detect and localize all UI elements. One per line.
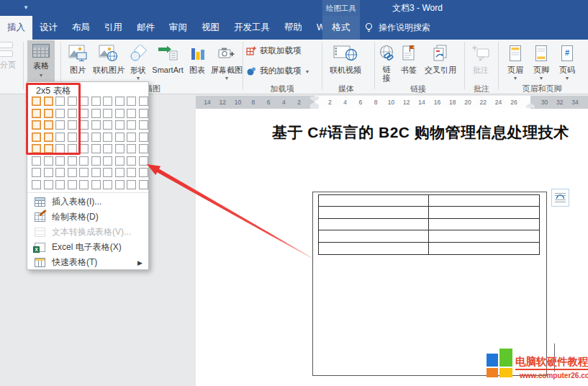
table-size-cell[interactable] bbox=[127, 168, 136, 177]
table-size-cell[interactable] bbox=[103, 96, 112, 106]
my-addins-button[interactable]: 我的加载项 ▼ bbox=[246, 66, 309, 76]
tab-引用[interactable]: 引用 bbox=[97, 16, 130, 40]
table-cell[interactable] bbox=[319, 230, 429, 242]
table-size-cell[interactable] bbox=[44, 168, 53, 177]
table-size-cell[interactable] bbox=[139, 168, 148, 177]
table-size-cell[interactable] bbox=[115, 156, 125, 166]
page-number-button[interactable]: # 页码 ▼ bbox=[556, 41, 579, 82]
ribbon-options-icon[interactable]: ▾ bbox=[20, 2, 32, 12]
table-size-cell[interactable] bbox=[32, 168, 41, 177]
table-cell[interactable] bbox=[319, 195, 429, 207]
shapes-button[interactable]: 形状 ▼ bbox=[127, 41, 150, 82]
table-size-cell[interactable] bbox=[139, 109, 148, 118]
table-size-cell[interactable] bbox=[103, 168, 112, 177]
bookmark-button[interactable]: 书签 bbox=[397, 41, 420, 82]
table-size-cell[interactable] bbox=[139, 156, 148, 166]
document-heading[interactable]: 基于 C#语言的 B2C 购物管理信息处理技术 bbox=[272, 122, 569, 143]
tab-帮助[interactable]: 帮助 bbox=[277, 16, 309, 40]
table-size-cell[interactable] bbox=[91, 180, 101, 189]
tab-格式[interactable]: 格式 bbox=[322, 16, 360, 40]
table-cell[interactable] bbox=[429, 243, 539, 254]
chart-button[interactable]: 图表 bbox=[186, 41, 209, 82]
table-size-cell[interactable] bbox=[115, 96, 125, 106]
table-size-cell[interactable] bbox=[127, 133, 136, 142]
table-cell[interactable] bbox=[319, 219, 429, 230]
table-size-cell[interactable] bbox=[44, 156, 53, 166]
blank-page-button-partial[interactable] bbox=[0, 50, 13, 57]
link-button[interactable]: 链接 bbox=[377, 41, 396, 82]
tab-开发工具[interactable]: 开发工具 bbox=[227, 16, 277, 40]
table-size-cell[interactable] bbox=[103, 180, 112, 189]
header-button[interactable]: 页眉 ▼ bbox=[504, 41, 527, 82]
tab-视图[interactable]: 视图 bbox=[194, 16, 227, 40]
table-size-cell[interactable] bbox=[139, 96, 148, 106]
table-size-cell[interactable] bbox=[103, 133, 112, 142]
tab-邮件[interactable]: 邮件 bbox=[130, 16, 162, 40]
table-size-cell[interactable] bbox=[115, 168, 125, 177]
table-cell[interactable] bbox=[319, 207, 429, 218]
table-size-cell[interactable] bbox=[91, 120, 101, 130]
table-size-cell[interactable] bbox=[115, 133, 125, 142]
table-size-cell[interactable] bbox=[139, 144, 148, 153]
table-size-cell[interactable] bbox=[139, 120, 148, 130]
table-size-cell[interactable] bbox=[103, 120, 112, 130]
menu-item-excel[interactable]: Excel 电子表格(X) bbox=[27, 240, 148, 255]
table-size-cell[interactable] bbox=[55, 168, 65, 177]
table-size-cell[interactable] bbox=[115, 180, 125, 189]
online-pictures-button[interactable]: 联机图片 bbox=[92, 41, 125, 82]
menu-item-quick-tables[interactable]: 快速表格(T)▶ bbox=[27, 255, 148, 270]
screenshot-button[interactable]: 屏幕截图 ▼ bbox=[210, 41, 243, 82]
table-size-cell[interactable] bbox=[91, 96, 101, 106]
table-size-cell[interactable] bbox=[127, 180, 136, 189]
tell-me-search[interactable]: 操作说明搜索 bbox=[364, 16, 430, 40]
cross-reference-button[interactable]: 交叉引用 bbox=[422, 41, 459, 82]
table-size-cell[interactable] bbox=[127, 144, 136, 153]
table-size-cell[interactable] bbox=[139, 133, 148, 142]
footer-button[interactable]: 页脚 ▼ bbox=[530, 41, 553, 82]
menu-item-draw-table[interactable]: 绘制表格(D) bbox=[27, 210, 148, 225]
menu-item-insert-table[interactable]: 插入表格(I)... bbox=[27, 194, 148, 210]
table-cell[interactable] bbox=[429, 230, 539, 242]
table-size-cell[interactable] bbox=[115, 120, 125, 130]
table-size-cell[interactable] bbox=[44, 180, 53, 189]
table-cell[interactable] bbox=[429, 195, 539, 207]
table-size-cell[interactable] bbox=[127, 120, 136, 130]
table-size-cell[interactable] bbox=[68, 156, 77, 166]
table-size-cell[interactable] bbox=[55, 156, 65, 166]
table-size-cell[interactable] bbox=[127, 109, 136, 118]
table-size-cell[interactable] bbox=[68, 168, 77, 177]
table-size-cell[interactable] bbox=[115, 144, 125, 153]
table-size-cell[interactable] bbox=[32, 180, 41, 189]
tab-审阅[interactable]: 审阅 bbox=[162, 16, 194, 40]
table-size-cell[interactable] bbox=[103, 144, 112, 153]
table-size-cell[interactable] bbox=[115, 109, 125, 118]
table-size-cell[interactable] bbox=[127, 156, 136, 166]
table-size-cell[interactable] bbox=[91, 133, 101, 142]
table-size-cell[interactable] bbox=[79, 156, 89, 166]
inserted-table[interactable] bbox=[318, 194, 540, 255]
tab-布局[interactable]: 布局 bbox=[65, 16, 97, 40]
table-size-cell[interactable] bbox=[91, 156, 101, 166]
online-video-button[interactable]: 联机视频 bbox=[325, 41, 366, 82]
pictures-button[interactable]: 图片 bbox=[65, 41, 91, 82]
table-cell[interactable] bbox=[319, 243, 429, 254]
get-addins-button[interactable]: 获取加载项 bbox=[246, 45, 302, 56]
table-cell[interactable] bbox=[429, 207, 539, 218]
tab-设计[interactable]: 设计 bbox=[32, 16, 65, 40]
table-size-cell[interactable] bbox=[139, 180, 148, 189]
table-size-cell[interactable] bbox=[91, 109, 101, 118]
table-size-cell[interactable] bbox=[91, 168, 101, 177]
table-size-cell[interactable] bbox=[79, 180, 89, 189]
table-size-cell[interactable] bbox=[127, 96, 136, 106]
insert-table-button[interactable]: 表格 ▼ bbox=[27, 40, 55, 82]
left-indent-marker[interactable] bbox=[310, 107, 319, 109]
cover-page-button-partial[interactable] bbox=[0, 42, 13, 48]
table-size-cell[interactable] bbox=[79, 168, 89, 177]
horizontal-ruler[interactable]: 14121086422468101214161820222426303234 bbox=[196, 96, 588, 109]
table-size-cell[interactable] bbox=[103, 156, 112, 166]
layout-options-button[interactable] bbox=[551, 189, 569, 207]
table-size-cell[interactable] bbox=[32, 156, 41, 166]
tab-插入[interactable]: 插入 bbox=[0, 16, 32, 40]
table-size-cell[interactable] bbox=[103, 109, 112, 118]
table-size-cell[interactable] bbox=[91, 144, 101, 153]
